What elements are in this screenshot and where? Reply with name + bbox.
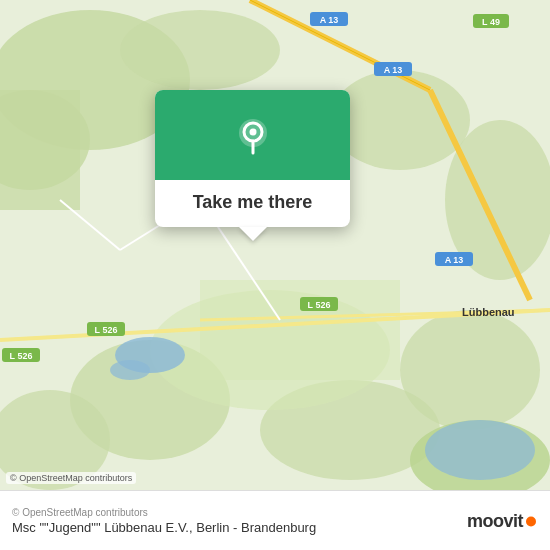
svg-text:L 526: L 526 [308, 300, 331, 310]
svg-point-15 [110, 360, 150, 380]
moovit-dot-icon [526, 517, 536, 527]
moovit-logo: moovit [467, 510, 536, 531]
popup-card[interactable]: Take me there [155, 90, 350, 227]
svg-point-4 [120, 10, 280, 90]
popup-header [155, 90, 350, 180]
svg-rect-3 [0, 90, 80, 210]
svg-text:Lübbenau: Lübbenau [462, 306, 515, 318]
svg-text:L 526: L 526 [10, 351, 33, 361]
svg-text:L 526: L 526 [95, 325, 118, 335]
svg-text:A 13: A 13 [320, 15, 339, 25]
svg-point-5 [330, 70, 470, 170]
svg-rect-13 [200, 280, 400, 380]
svg-point-16 [425, 420, 535, 480]
take-me-there-button[interactable]: Take me there [155, 180, 350, 227]
svg-text:L 49: L 49 [482, 17, 500, 27]
bottom-bar: © OpenStreetMap contributors Msc ""Jugen… [0, 490, 550, 550]
svg-text:A 13: A 13 [384, 65, 403, 75]
osm-attribution-bottom: © OpenStreetMap contributors [12, 507, 538, 518]
svg-point-42 [249, 129, 256, 136]
map-container[interactable]: A 13 A 13 A 13 L 49 L 526 L 526 L 526 Lü… [0, 0, 550, 490]
location-pin-icon [231, 115, 275, 159]
svg-text:A 13: A 13 [445, 255, 464, 265]
moovit-text: moovit [467, 510, 523, 531]
location-name: Msc ""Jugend"" Lübbenau E.V., Berlin - B… [12, 520, 538, 535]
osm-attribution: © OpenStreetMap contributors [6, 472, 136, 484]
